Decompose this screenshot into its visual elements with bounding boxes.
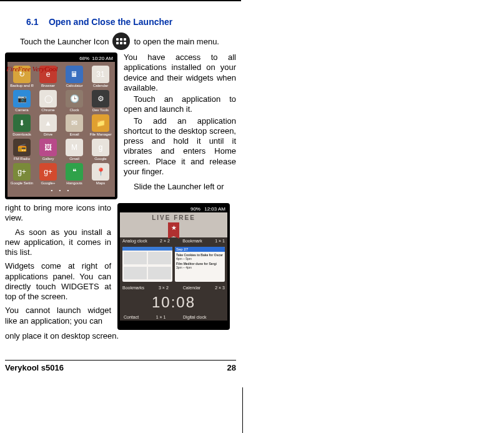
app-cell: 📻FM Radio [10,139,34,161]
app-label: Clock [62,108,86,112]
app-icon: ✉ [66,114,83,132]
app-cell: 31Calendar [89,66,112,87]
bookmark-icon: ★ [168,222,179,236]
app-label: Google Settin [10,181,34,185]
app-icon: ▲ [39,114,57,132]
intro-before: Touch the Launcher Icon [20,37,109,46]
left-text-column: right to bring more icons into view. As … [5,203,111,330]
phone-apps-screenshot: 68% 10:20 AM FireFree VeryCool ↻Backup a… [5,52,117,199]
app-icon: e [39,66,57,83]
app-label: Drive [36,132,60,136]
widget-label: Calendar [183,286,200,290]
app-cell: ▲Drive [36,114,60,136]
app-icon: M [66,139,83,156]
widget-size: 2 × 2 [160,239,170,243]
widgets-wallpaper: LIVE FREE ★ [120,212,227,237]
app-cell: ✉Email [62,114,86,136]
paragraph: Touch an application to open and launch … [124,94,236,115]
row-1: 68% 10:20 AM FireFree VeryCool ↻Backup a… [5,52,236,199]
right-text-column: You have access to all applications inst… [124,52,236,199]
widgets-row-header: Analog clock 2 × 2 Bookmark 1 × 1 [120,237,227,244]
app-label: Camera [10,108,34,112]
app-cell: 🕒Clock [62,90,86,112]
app-label: Calculator [62,84,86,87]
app-cell: 🖼Gallery [36,139,60,161]
widgets-row: Sep 27 Take Cookies to Bake for Oscar 4p… [120,244,227,284]
app-icon: 🖼 [39,139,57,156]
app-label: Browser [36,84,60,87]
calendar-widget-preview: Sep 27 Take Cookies to Bake for Oscar 4p… [175,247,225,282]
page-number: 28 [227,363,236,372]
section-number: 6.1 [26,17,38,27]
app-cell: ❝Hangouts [62,163,86,185]
app-label: FM Radio [10,157,34,161]
app-cell: 📍Maps [89,163,112,185]
app-icon: ◯ [39,90,57,107]
app-cell: g+Google Settin [10,163,34,185]
app-cell: ↻Backup and R [10,66,34,87]
paragraph: To add an application shortcut to the de… [124,116,236,177]
wallpaper-text: LIVE FREE [152,214,195,221]
launcher-icon [112,32,130,50]
right-margin-rule [242,387,243,433]
paragraph: right to bring more icons into view. [5,203,111,224]
widget-size: 3 × 2 [159,286,169,290]
app-icon: 🖩 [66,66,83,83]
app-label: Email [62,132,86,136]
section-heading: 6.1 Open and Close the Launcher [5,16,236,27]
paragraph: Slide the Launcher left or [124,182,236,192]
row-2: right to bring more icons into view. As … [5,203,236,330]
app-icon: 📷 [13,90,31,107]
widget-label: Digital clock [183,315,206,319]
app-icon: ↻ [13,66,31,83]
star-icon: ★ [168,222,179,234]
app-label: File Manager [89,132,112,136]
widget-label: Analog clock [122,239,147,243]
phone-status-bar: 90% 12:03 AM [120,206,227,212]
widget-size: 1 × 1 [156,315,166,319]
paragraph: Widgets come at right of applications pa… [5,261,111,302]
phone-apps-grid-area: FireFree VeryCool ↻Backup and ReBrowser🖩… [7,62,115,197]
battery-indicator: 90% [190,206,200,212]
app-cell: MGmail [62,139,86,161]
app-cell: g+Google+ [36,163,60,185]
app-icon: ⬇ [13,114,31,132]
app-icon: 📻 [13,139,31,156]
bookmarks-widget-preview [122,247,172,282]
calendar-item-time: 3pm – 4pm [176,266,224,269]
app-icon: g [92,139,109,156]
app-label: Gallery [36,157,60,161]
app-cell: eBrowser [36,66,60,87]
page-indicator-dots: • • • [9,186,114,194]
document-page: 6.1 Open and Close the Launcher Touch th… [0,0,241,377]
app-cell: 🖩Calculator [62,66,86,87]
app-label: Calendar [89,84,112,87]
app-label: Backup and R [10,84,34,87]
app-label: Dev Tools [89,108,112,112]
app-icon: 🕒 [66,90,83,107]
device-model: Verykool s5016 [5,363,64,372]
app-label: Gmail [62,157,86,161]
app-label: Chrome [36,108,60,112]
paragraph: You have access to all applications inst… [124,52,236,93]
app-icon: g+ [39,163,57,181]
widget-size: 1 × 1 [215,239,225,243]
app-cell: 📁File Manager [89,114,112,136]
app-label: Google [89,157,112,161]
app-cell: 📷Camera [10,90,34,112]
section-title: Open and Close the Launcher [49,17,172,27]
page-footer: Verykool s5016 28 [5,360,236,372]
clock-time: 10:08 [120,291,227,314]
app-cell: ◯Chrome [36,90,60,112]
intro-line: Touch the Launcher Icon to open the main… [20,32,236,50]
phone-widgets-screenshot: 90% 12:03 AM LIVE FREE ★ Analog clock 2 … [117,203,230,330]
intro-after: to open the main menu. [134,37,219,46]
calendar-date: Sep 27 [175,247,225,252]
digital-clock-widget: 10:08 Contact 1 × 1 Digital clock [120,291,227,321]
app-label: Downloads [10,132,34,136]
clock-indicator: 10:20 AM [92,56,113,61]
app-label: Google+ [36,181,60,185]
app-icon: ⚙ [92,90,109,107]
app-cell: gGoogle [89,139,112,161]
app-icon: 31 [92,66,109,83]
